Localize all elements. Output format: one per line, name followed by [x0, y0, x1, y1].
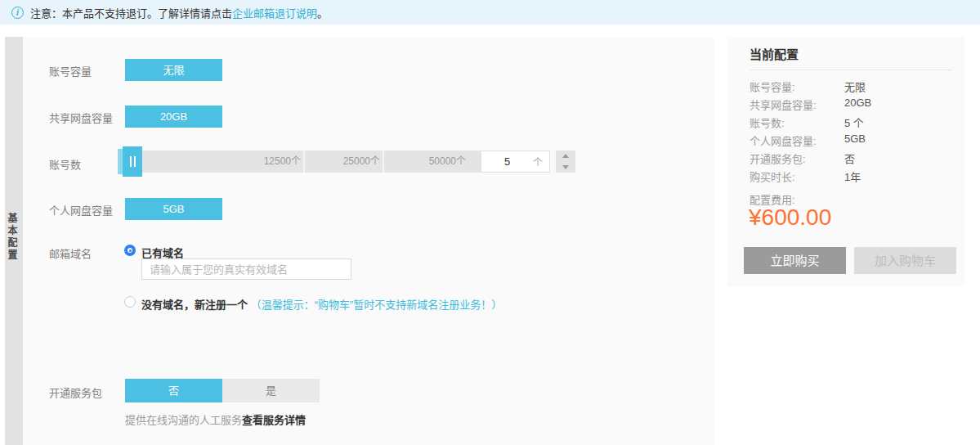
domain-input[interactable] [141, 258, 351, 280]
summary-value: 5 个 [844, 115, 864, 130]
summary-label: 个人网盘容量: [750, 135, 817, 147]
account-count-unit: 个 [533, 155, 549, 169]
account-count-input[interactable] [481, 155, 533, 168]
summary-label: 共享网盘容量: [750, 99, 817, 111]
personal-disk-option-5gb[interactable]: 5GB [125, 198, 222, 220]
arrow-up-icon [562, 154, 569, 158]
summary-value: 1年 [844, 169, 861, 184]
tab-basic-config[interactable]: 基本配置 [5, 213, 23, 262]
radio-new-domain[interactable] [124, 296, 136, 308]
summary-row: 账号数: 5 个 [750, 115, 952, 130]
stepper-up-button[interactable] [556, 151, 575, 162]
slider-tick-50000: 50000个 [383, 151, 466, 173]
shared-disk-label: 共享网盘容量 [49, 110, 113, 125]
slider-handle[interactable] [123, 146, 142, 177]
service-pack-note: 提供在线沟通的人工服务查看服务详情 [125, 411, 306, 427]
summary-label: 购买时长: [750, 171, 795, 183]
new-domain-option-text: 没有域名，新注册一个 [141, 299, 248, 311]
info-icon [11, 7, 24, 19]
account-count-label: 账号数 [49, 156, 81, 172]
summary-label: 账号容量: [750, 81, 795, 93]
account-capacity-label: 账号容量 [49, 63, 92, 79]
service-pack-option-no[interactable]: 否 [125, 379, 222, 402]
total-price: ¥600.00 [749, 205, 831, 231]
account-count-slider-track[interactable]: 12500个 25000个 50000个 [125, 151, 481, 173]
shared-disk-option-20gb[interactable]: 20GB [125, 106, 222, 128]
stepper-down-button[interactable] [556, 162, 575, 173]
summary-label: 账号数: [750, 117, 785, 129]
add-to-cart-button[interactable]: 加入购物车 [854, 247, 956, 274]
unsubscribe-help-link[interactable]: 企业邮箱退订说明 [232, 5, 317, 20]
summary-row: 开通服务包: 否 [750, 151, 952, 166]
summary-value: 20GB [844, 97, 871, 109]
config-panel: 账号容量 无限 共享网盘容量 20GB 账号数 12500个 25000个 50… [23, 37, 714, 445]
summary-row: 购买时长: 1年 [750, 169, 952, 184]
service-detail-link[interactable]: 查看服务详情 [242, 414, 306, 426]
summary-divider [750, 70, 952, 70]
notice-suffix: 。 [317, 5, 328, 20]
buy-now-button[interactable]: 立即购买 [744, 247, 846, 274]
account-count-input-box: 个 [481, 151, 550, 173]
new-domain-option-label[interactable]: 没有域名，新注册一个 （温馨提示：“购物车”暂时不支持新域名注册业务！） [141, 296, 502, 312]
domain-label: 邮箱域名 [49, 245, 92, 261]
radio-has-domain[interactable] [124, 245, 136, 256]
summary-title: 当前配置 [750, 45, 799, 62]
service-pack-option-yes[interactable]: 是 [222, 379, 320, 402]
summary-row: 账号容量: 无限 [750, 79, 952, 94]
account-capacity-option-unlimited[interactable]: 无限 [125, 59, 222, 81]
service-pack-label: 开通服务包 [49, 384, 102, 400]
summary-label: 开通服务包: [750, 153, 806, 165]
account-count-stepper [556, 151, 575, 173]
new-domain-hint: （温馨提示：“购物车”暂时不支持新域名注册业务！） [251, 299, 503, 311]
notice-text: 注意：本产品不支持退订。了解详情请点击 [30, 5, 232, 20]
slider-tick-25000: 25000个 [298, 151, 380, 173]
summary-panel: 当前配置 账号容量: 无限 共享网盘容量: 20GB 账号数: 5 个 个人网盘… [727, 37, 964, 286]
summary-row: 个人网盘容量: 5GB [750, 133, 952, 148]
summary-row: 共享网盘容量: 20GB [750, 97, 952, 112]
summary-value: 无限 [844, 79, 866, 94]
notice-bar: 注意：本产品不支持退订。了解详情请点击企业邮箱退订说明。 [0, 0, 980, 25]
arrow-down-icon [562, 165, 569, 169]
summary-value: 5GB [844, 133, 866, 145]
personal-disk-label: 个人网盘容量 [49, 202, 113, 218]
side-tab-strip: 基本配置 [5, 37, 23, 445]
service-pack-note-text: 提供在线沟通的人工服务 [125, 414, 242, 426]
slider-tick-12500: 12500个 [215, 151, 301, 173]
summary-value: 否 [844, 151, 855, 166]
